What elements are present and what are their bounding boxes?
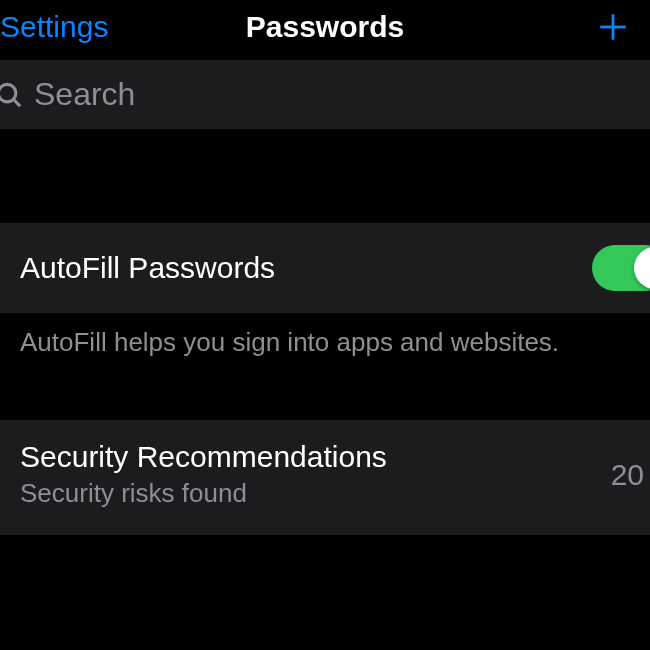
toggle-knob: [634, 247, 650, 289]
autofill-footer-text: AutoFill helps you sign into apps and we…: [20, 327, 559, 357]
svg-point-2: [0, 84, 16, 102]
search-placeholder: Search: [34, 76, 135, 113]
autofill-toggle[interactable]: [592, 245, 650, 291]
search-icon: [0, 80, 24, 110]
autofill-footer: AutoFill helps you sign into apps and we…: [0, 313, 650, 382]
plus-icon: [596, 10, 630, 44]
svg-line-3: [14, 99, 21, 106]
security-recommendations-row[interactable]: Security Recommendations Security risks …: [0, 420, 650, 535]
autofill-passwords-row: AutoFill Passwords: [0, 223, 650, 313]
security-text-group: Security Recommendations Security risks …: [20, 440, 387, 509]
section-spacer: [0, 129, 650, 223]
security-title: Security Recommendations: [20, 440, 387, 474]
autofill-label: AutoFill Passwords: [20, 251, 275, 285]
search-bar[interactable]: Search: [0, 60, 650, 129]
navigation-bar: Settings Passwords: [0, 0, 650, 60]
security-count: 20: [611, 458, 650, 492]
security-subtitle: Security risks found: [20, 478, 387, 509]
section-spacer: [0, 382, 650, 420]
back-button[interactable]: Settings: [0, 10, 108, 44]
page-title: Passwords: [246, 10, 404, 44]
add-button[interactable]: [596, 10, 638, 44]
